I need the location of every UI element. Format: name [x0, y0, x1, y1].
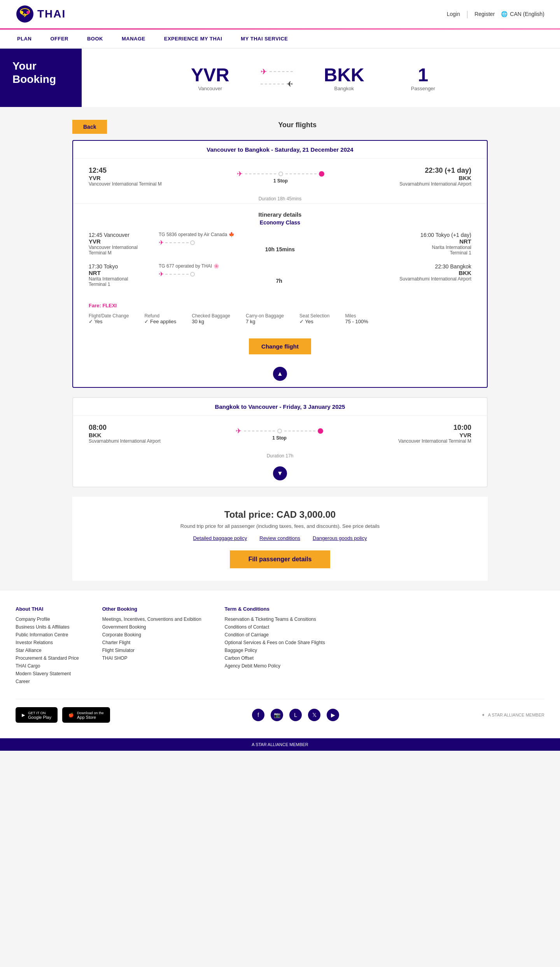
- google-play-badge[interactable]: ▶ GET IT ON Google Play: [16, 707, 58, 723]
- fare-checked-baggage: Checked Baggage 30 kg: [192, 313, 230, 324]
- leg1-depart-airport: Vancouver InternationalTerminal M: [89, 245, 159, 256]
- review-conditions-link[interactable]: Review conditions: [259, 535, 300, 541]
- footer-link-government[interactable]: Government Booking: [102, 624, 201, 630]
- fare-miles: Miles 75 - 100%: [345, 313, 368, 324]
- nav-offer[interactable]: OFFER: [49, 30, 70, 48]
- app-badges: ▶ GET IT ON Google Play 🍎 Download on th…: [16, 707, 110, 723]
- footer-link-carbon[interactable]: Carbon Offset: [225, 655, 325, 661]
- footer-link-meetings[interactable]: Meetings, Incentives, Conventions and Ex…: [102, 617, 201, 622]
- route-dashed-top: [270, 71, 293, 72]
- logo: ✈ THAI: [16, 5, 66, 23]
- footer-link-procurement[interactable]: Procurement & Standard Price: [16, 655, 79, 661]
- detailed-baggage-policy-link[interactable]: Detailed baggage policy: [193, 535, 247, 541]
- leg1-depart-code: YVR: [89, 238, 159, 245]
- youtube-icon[interactable]: ▶: [327, 709, 339, 721]
- dangerous-goods-policy-link[interactable]: Dangerous goods policy: [313, 535, 367, 541]
- footer-link-agency[interactable]: Agency Debit Memo Policy: [225, 663, 325, 669]
- leg2-depart-code: NRT: [89, 270, 159, 276]
- return-stops-line: ✈: [236, 427, 323, 435]
- footer-link-investor[interactable]: Investor Relations: [16, 640, 79, 645]
- footer-link-carriage[interactable]: Condition of Carriage: [225, 632, 325, 638]
- language-selector[interactable]: 🌐 CAN (English): [501, 11, 544, 17]
- leg1-depart-time: 12:45 Vancouver: [89, 232, 159, 238]
- stop-dot: [278, 172, 283, 176]
- fare-carryon-baggage: Carry-on Baggage 7 kg: [246, 313, 284, 324]
- fare-seat: Seat Selection ✓ Yes: [299, 313, 329, 324]
- footer-link-public[interactable]: Public Information Centre: [16, 632, 79, 638]
- svg-point-3: [20, 11, 23, 14]
- footer-link-conditions-contact[interactable]: Conditions of Contact: [225, 624, 325, 630]
- login-link[interactable]: Login: [447, 11, 460, 17]
- footer-link-charter[interactable]: Charter Flight: [102, 640, 201, 645]
- footer-col-booking: Other Booking Meetings, Incentives, Conv…: [102, 606, 201, 687]
- footer-link-simulator[interactable]: Flight Simulator: [102, 648, 201, 653]
- canada-flag: 🍁: [229, 232, 234, 237]
- return-arrive-code: YVR: [398, 432, 471, 438]
- footer-link-business[interactable]: Business Units & Affiliates: [16, 624, 79, 630]
- footer-link-slavery[interactable]: Modern Slavery Statement: [16, 671, 79, 676]
- route-arrow: ✈ ✈: [261, 67, 293, 89]
- facebook-icon[interactable]: f: [252, 709, 264, 721]
- leg2-arrive-code: BKK: [399, 270, 471, 276]
- chevron-down-icon: ▼: [277, 470, 283, 477]
- nav-plan[interactable]: PLAN: [16, 30, 33, 48]
- leg2-depart-airport: Narita InternationalTerminal 1: [89, 276, 159, 287]
- outbound-stops: 1 Stop: [237, 178, 324, 184]
- outbound-middle: ✈ 1 Stop: [237, 170, 324, 184]
- footer-link-reservation[interactable]: Reservation & Ticketing Teams & Consitio…: [225, 617, 325, 622]
- globe-icon: 🌐: [501, 11, 508, 17]
- nav-experience[interactable]: EXPERIENCE MY THAI: [163, 30, 224, 48]
- footer-link-star[interactable]: Star Alliance: [16, 648, 79, 653]
- social-icons: f 📷 L 𝕏 ▶: [252, 709, 339, 721]
- fill-passenger-details-button[interactable]: Fill passenger details: [230, 550, 331, 568]
- outbound-arrive-code: BKK: [399, 175, 471, 181]
- dest-code: BKK: [324, 64, 364, 86]
- footer-link-corporate[interactable]: Corporate Booking: [102, 632, 201, 638]
- footer-link-career[interactable]: Career: [16, 679, 79, 684]
- google-play-icon: ▶: [22, 713, 25, 718]
- change-flight-btn-container: Change flight: [73, 332, 487, 361]
- line-icon[interactable]: L: [289, 709, 302, 721]
- change-flight-button[interactable]: Change flight: [249, 338, 311, 354]
- expand-button[interactable]: ▼: [273, 466, 287, 480]
- footer-link-cargo[interactable]: THAI Cargo: [16, 663, 79, 669]
- return-depart-airport: Suvarnabhumi International Airport: [89, 438, 161, 444]
- logo-text: THAI: [37, 8, 66, 20]
- leg1-arrive-time: 16:00 Tokyo (+1 day): [401, 232, 471, 238]
- nav-service[interactable]: MY THAI SERVICE: [239, 30, 289, 48]
- footer-col-terms: Term & Conditions Reservation & Ticketin…: [225, 606, 325, 687]
- footer-bottom: ▶ GET IT ON Google Play 🍎 Download on th…: [16, 699, 544, 723]
- nav-book[interactable]: BOOK: [86, 30, 105, 48]
- footer-link-optional[interactable]: Optional Services & Fees on Code Share F…: [225, 640, 325, 645]
- main-content: Back Your flights Vancouver to Bangkok -…: [66, 107, 494, 590]
- thai-flag: 🌸: [214, 263, 219, 269]
- passenger-box: 1 Passenger: [396, 56, 451, 99]
- total-price: Total price: CAD 3,000.00: [85, 509, 475, 520]
- return-depart-code: BKK: [89, 432, 161, 438]
- back-button[interactable]: Back: [72, 120, 107, 134]
- leg2-arrive-time: 22:30 Bangkok: [399, 263, 471, 270]
- fare-section: Fare: FLEXI Flight/Date Change ✓ Yes Ref…: [73, 303, 487, 332]
- footer-link-company[interactable]: Company Profile: [16, 617, 79, 622]
- return-plane-icon: ✈: [236, 427, 242, 435]
- app-store-badge[interactable]: 🍎 Download on the App Store: [62, 707, 110, 723]
- return-depart-time: 08:00: [89, 424, 161, 432]
- collapse-button[interactable]: ▲: [273, 367, 287, 381]
- itinerary-section: Itinerary details Economy Class 12:45 Va…: [73, 203, 487, 303]
- twitter-icon[interactable]: 𝕏: [308, 709, 320, 721]
- return-arrive-airport: Vancouver International Terminal M: [398, 438, 471, 444]
- instagram-icon[interactable]: 📷: [271, 709, 283, 721]
- outbound-stops-line: ✈: [237, 170, 324, 178]
- your-flights-title: Your flights: [107, 121, 488, 129]
- footer-link-shop[interactable]: THAI SHOP: [102, 655, 201, 661]
- itinerary-title: Itinerary details: [89, 211, 471, 218]
- dashed-line-2: [285, 173, 317, 174]
- register-link[interactable]: Register: [474, 11, 495, 17]
- footer-link-baggage[interactable]: Baggage Policy: [225, 648, 325, 653]
- main-nav: PLAN OFFER BOOK MANAGE EXPERIENCE MY THA…: [0, 30, 560, 49]
- outbound-arrive-airport: Suvarnabhumi International Airport: [399, 181, 471, 187]
- outbound-duration: Duration 18h 45mins: [73, 194, 487, 203]
- leg1-operator: TG 5836 operated by Air Canada 🍁: [159, 232, 401, 237]
- leg2-arrive-airport: Suvarnabhumi International Airport: [399, 276, 471, 282]
- nav-manage[interactable]: MANAGE: [120, 30, 147, 48]
